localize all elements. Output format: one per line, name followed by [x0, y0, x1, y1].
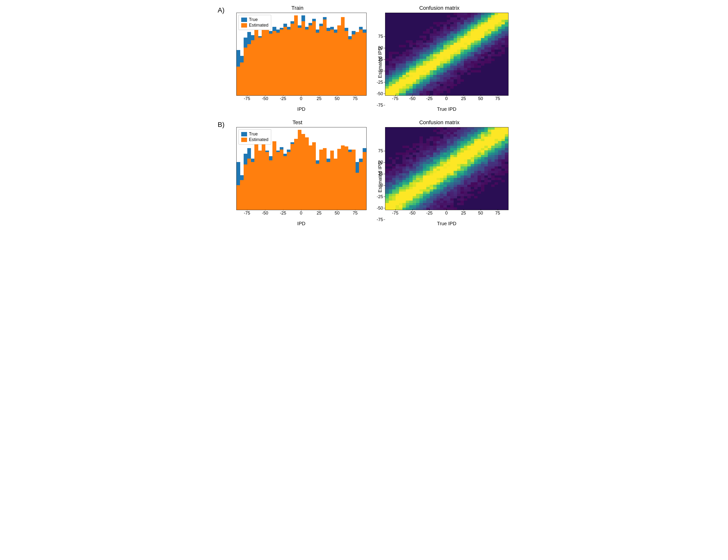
heat-cell [471, 59, 474, 61]
heat-cell [430, 84, 433, 86]
heat-cell [433, 189, 437, 192]
heat-cell [385, 194, 389, 196]
heat-cell [436, 203, 440, 205]
heat-cell [450, 189, 454, 192]
heat-cell [454, 141, 457, 143]
heat-cell [460, 155, 464, 157]
heat-cell [430, 178, 433, 180]
heat-cell [440, 61, 443, 63]
heat-cell [430, 166, 433, 169]
heat-cell [406, 50, 409, 52]
heat-cell [413, 91, 416, 93]
heat-cell [402, 169, 406, 171]
heat-cell [467, 175, 471, 178]
heat-cell [443, 153, 447, 155]
heat-cell [426, 143, 430, 146]
heat-cell [477, 184, 481, 187]
heat-cell [436, 22, 440, 24]
heat-cell [494, 54, 498, 57]
heat-cell [389, 157, 392, 160]
heat-cell [423, 146, 426, 148]
heat-cell [416, 182, 420, 185]
xtick: -25 [426, 211, 432, 216]
heat-cell [416, 155, 420, 157]
heat-cell [488, 141, 491, 143]
heat-cell [440, 201, 443, 203]
bar-estimated [247, 159, 251, 210]
heat-cell [467, 164, 471, 166]
bar-estimated [258, 38, 262, 95]
heat-cell [457, 59, 461, 61]
heat-cell [471, 171, 474, 173]
xtick: 50 [478, 96, 483, 101]
heat-cell [457, 148, 461, 150]
heat-cell [447, 150, 450, 153]
heat-cell [402, 68, 406, 70]
heat-cell [402, 173, 406, 175]
heat-cell [402, 205, 406, 208]
heat-cell [399, 171, 403, 173]
figure: A) Train True Estimated -75-50-250255075… [215, 0, 513, 239]
heat-cell [419, 141, 423, 143]
heat-cell [474, 132, 478, 134]
heat-cell [457, 178, 461, 180]
heat-cell [460, 139, 464, 141]
heat-cell [447, 159, 450, 162]
heat-cell [433, 146, 437, 148]
bar-estimated [330, 30, 334, 95]
heat-cell [464, 47, 467, 50]
heat-cell [423, 205, 426, 208]
heat-cell [467, 22, 471, 24]
heat-cell [454, 27, 457, 29]
heat-cell [426, 173, 430, 175]
heat-cell [501, 130, 505, 132]
heat-cell [430, 148, 433, 150]
xtick: -75 [244, 211, 250, 216]
row-b: B) Test True Estimated -75-50-250255075 … [218, 119, 510, 226]
heat-cell [460, 127, 464, 130]
heat-cell [457, 198, 461, 201]
heat-cell [433, 203, 437, 205]
xtick: 0 [300, 211, 302, 216]
heat-cell [436, 50, 440, 52]
heat-cell [488, 150, 491, 153]
heat-cell [395, 207, 399, 210]
heat-cell [447, 68, 450, 70]
heat-cell [484, 150, 488, 153]
heat-cell [416, 63, 420, 66]
heat-cell [457, 130, 461, 132]
heat-cell [385, 196, 389, 198]
heat-cell [430, 61, 433, 63]
heat-cell [409, 157, 413, 160]
heat-cell [464, 143, 467, 146]
heat-cell [389, 52, 392, 54]
heat-cell [416, 93, 420, 95]
heat-cell [426, 52, 430, 54]
heat-cell [454, 29, 457, 31]
heat-cell [433, 93, 437, 95]
heat-cell [426, 86, 430, 89]
heat-cell [474, 24, 478, 27]
heat-cell [402, 59, 406, 61]
heat-cell [467, 155, 471, 157]
xtick: -75 [392, 211, 398, 216]
heat-cell [440, 159, 443, 162]
heat-cell [498, 22, 502, 24]
heat-cell [474, 45, 478, 47]
heat-cell [491, 164, 495, 166]
heat-cell [385, 70, 389, 72]
heat-cell [460, 169, 464, 171]
heat-cell [488, 15, 491, 18]
heat-cell [409, 86, 413, 89]
heat-cell [409, 63, 413, 66]
heat-cell [419, 187, 423, 189]
heat-cell [460, 184, 464, 187]
heat-cell [443, 63, 447, 66]
heat-cell [399, 84, 403, 86]
xlabel-b-conf: True IPD [385, 221, 508, 226]
heat-cell [395, 184, 399, 187]
heat-cell [436, 79, 440, 82]
heat-cell [450, 24, 454, 27]
heat-cell [402, 201, 406, 203]
heat-cell [423, 203, 426, 205]
